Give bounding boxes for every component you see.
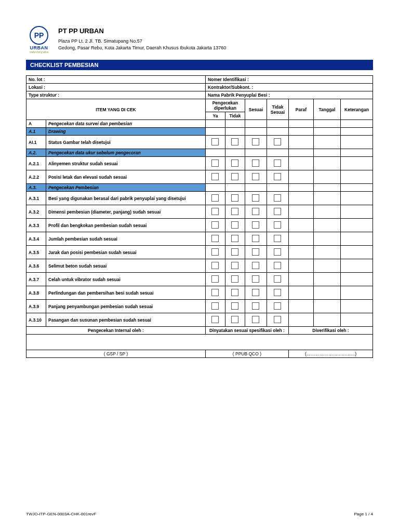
checkbox-tidak-sesuai[interactable]: [274, 173, 281, 180]
item-code: A.3.4: [26, 232, 46, 246]
checkbox-sesuai[interactable]: [252, 275, 259, 283]
checkbox-tidak-sesuai[interactable]: [274, 302, 281, 310]
checkbox-tidak[interactable]: [231, 221, 238, 229]
page-number: Page 1 / 4: [354, 512, 373, 516]
checkbox-tidak-sesuai[interactable]: [274, 262, 281, 269]
checklist-row: A.3.3 Profil dan bengkokan pembesian sud…: [26, 219, 373, 232]
checkbox-sesuai[interactable]: [252, 248, 259, 256]
checklist-row: A.2.1 Alinyemen struktur sudah sesuai: [26, 157, 373, 170]
checklist-row: A.3.2 Dimensi pembesian (diameter, panja…: [26, 205, 373, 219]
item-desc: Jarak dan posisi pembesian sudah sesuai: [46, 246, 206, 259]
header-ya: Ya: [205, 112, 225, 120]
signoff-label-row: Pengecekan Internal oleh : Dinyatakan se…: [26, 327, 373, 335]
checkbox-ya[interactable]: [211, 235, 219, 242]
checkbox-ya[interactable]: [211, 194, 219, 202]
checkbox-tidak[interactable]: [231, 159, 238, 167]
checkbox-tidak-sesuai[interactable]: [274, 221, 281, 229]
checkbox-sesuai[interactable]: [252, 138, 259, 145]
checkbox-tidak-sesuai[interactable]: [274, 159, 281, 167]
checkbox-sesuai[interactable]: [252, 302, 259, 310]
checkbox-tidak-sesuai[interactable]: [274, 194, 281, 202]
checkbox-sesuai[interactable]: [252, 316, 259, 323]
checkbox-tidak[interactable]: [231, 248, 238, 256]
header-tidak-sesuai: Tidak Sesuai: [267, 99, 288, 120]
checklist-row: A.3.10 Pasangan dan susunan pembesian su…: [26, 313, 373, 327]
item-desc: Dimensi pembesian (diameter, panjang) su…: [46, 205, 206, 219]
checkbox-tidak-sesuai[interactable]: [274, 248, 281, 256]
checklist-row: A.3.7 Celah untuk vibrator sudah sesuai: [26, 273, 373, 286]
signoff-verified-label: Diverifikasi oleh :: [288, 327, 373, 335]
document-header: PP URBAN make living alive PT PP URBAN P…: [26, 26, 373, 54]
checkbox-tidak-sesuai[interactable]: [274, 235, 281, 242]
checkbox-sesuai[interactable]: [252, 208, 259, 215]
signoff-role-row: ( GSP / SP ) ( PPUB QCO ) (……………………………): [26, 350, 373, 358]
checklist-row: A.3.8 Perlindungan dan pembersihan besi …: [26, 286, 373, 300]
company-logo: PP URBAN make living alive: [26, 26, 52, 54]
column-header-row: ITEM YANG DI CEK Pengecekan diperlukan S…: [26, 99, 373, 112]
checkbox-sesuai[interactable]: [252, 289, 259, 296]
item-code: A.3.2: [26, 205, 46, 219]
checkbox-tidak[interactable]: [231, 302, 238, 310]
signoff-internal-role: ( GSP / SP ): [26, 350, 206, 358]
checkbox-ya[interactable]: [211, 208, 219, 215]
info-row: Type struktur : Nama Pabrik Penyuplai Be…: [26, 91, 373, 99]
checkbox-ya[interactable]: [211, 262, 219, 269]
label-lokasi: Lokasi :: [26, 84, 206, 91]
header-tanggal: Tanggal: [313, 99, 340, 120]
checkbox-sesuai[interactable]: [252, 173, 259, 180]
subsection-code: A.3.: [26, 184, 46, 192]
item-desc: Pasangan dan susunan pembesian sudah ses…: [46, 313, 206, 327]
checkbox-sesuai[interactable]: [252, 235, 259, 242]
checkbox-tidak[interactable]: [231, 316, 238, 323]
section-row: A Pengecekan data survei dan pembesian: [26, 120, 373, 128]
checkbox-tidak-sesuai[interactable]: [274, 275, 281, 283]
checklist-row: A.3.6 Selimut beton sudah sesuai: [26, 259, 373, 273]
checkbox-ya[interactable]: [211, 159, 219, 167]
checkbox-ya[interactable]: [211, 289, 219, 296]
checkbox-tidak[interactable]: [231, 235, 238, 242]
checkbox-sesuai[interactable]: [252, 262, 259, 269]
checklist-row: AI.1 Status Gambar telah disetujui: [26, 136, 373, 149]
checkbox-tidak[interactable]: [231, 262, 238, 269]
label-no-lot: No. lot :: [26, 76, 206, 84]
label-type-struktur: Type struktur :: [26, 91, 206, 99]
checkbox-tidak-sesuai[interactable]: [274, 289, 281, 296]
document-title: CHECKLIST PEMBESIAN: [26, 60, 373, 70]
item-code: A.3.10: [26, 313, 46, 327]
checkbox-ya[interactable]: [211, 275, 219, 283]
item-desc: Besi yang digunakan berasal dari pabrik …: [46, 192, 206, 205]
logo-brand-text: URBAN: [26, 45, 52, 50]
company-name: PT PP URBAN: [58, 26, 226, 36]
checkbox-tidak[interactable]: [231, 138, 238, 145]
checkbox-ya[interactable]: [211, 302, 219, 310]
checkbox-tidak-sesuai[interactable]: [274, 316, 281, 323]
checkbox-ya[interactable]: [211, 138, 219, 145]
checklist-row: A.3.1 Besi yang digunakan berasal dari p…: [26, 192, 373, 205]
header-tidak: Tidak: [225, 112, 245, 120]
checkbox-sesuai[interactable]: [252, 194, 259, 202]
checkbox-tidak[interactable]: [231, 275, 238, 283]
checkbox-sesuai[interactable]: [252, 221, 259, 229]
checkbox-tidak[interactable]: [231, 289, 238, 296]
item-desc: Panjang penyambungan pembesian sudah ses…: [46, 300, 206, 313]
checkbox-sesuai[interactable]: [252, 159, 259, 167]
subsection-label: Pengecekan data ukur sebelum pengecoran: [46, 149, 206, 157]
checklist-row: A.3.4 Jumlah pembesian sudah sesuai: [26, 232, 373, 246]
item-desc: Jumlah pembesian sudah sesuai: [46, 232, 206, 246]
checkbox-ya[interactable]: [211, 316, 219, 323]
checkbox-ya[interactable]: [211, 221, 219, 229]
label-nama-pabrik: Nama Pabrik Penyuplai Besi :: [205, 91, 373, 99]
checkbox-tidak[interactable]: [231, 208, 238, 215]
checkbox-tidak-sesuai[interactable]: [274, 208, 281, 215]
checkbox-ya[interactable]: [211, 173, 219, 180]
signoff-spec-label: Dinyatakan sesuai spesifikasi oleh :: [205, 327, 288, 335]
checkbox-tidak[interactable]: [231, 194, 238, 202]
item-code: A.3.1: [26, 192, 46, 205]
checkbox-tidak-sesuai[interactable]: [274, 138, 281, 145]
checkbox-tidak[interactable]: [231, 173, 238, 180]
signoff-space-row: [26, 335, 373, 350]
item-code: A.2.2: [26, 170, 46, 184]
doc-code: TWJO-ITP-GEN-0003A-CHK-001revF: [26, 512, 96, 516]
checkbox-ya[interactable]: [211, 248, 219, 256]
section-code: A: [26, 120, 46, 128]
